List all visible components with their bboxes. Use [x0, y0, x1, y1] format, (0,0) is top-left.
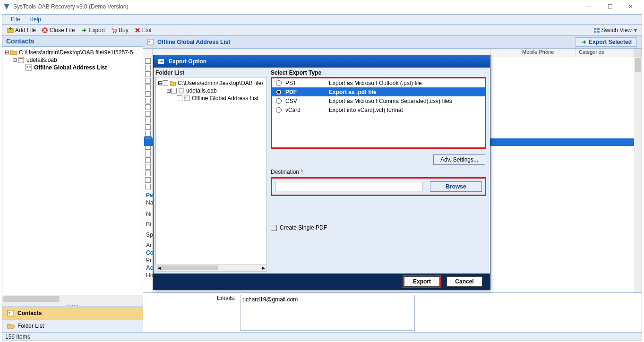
- vertical-scrollbar[interactable]: [634, 57, 642, 332]
- svg-rect-12: [29, 66, 31, 67]
- collapse-icon[interactable]: ⊟: [166, 87, 171, 94]
- tree-root[interactable]: ⊟ C:\Users\admin\Desktop\OAB file\9e1f52…: [4, 49, 141, 56]
- switch-view-button[interactable]: Switch View ▾: [591, 27, 640, 34]
- modal-tree-scrollbar[interactable]: ◂ ▸: [155, 265, 267, 272]
- row-checkbox[interactable]: [145, 65, 151, 70]
- svg-rect-14: [8, 310, 14, 316]
- row-checkbox[interactable]: [145, 131, 151, 137]
- row-checkbox[interactable]: [145, 111, 151, 117]
- dialog-cancel-button[interactable]: Cancel: [447, 276, 482, 287]
- svg-point-3: [115, 32, 117, 33]
- folder-tree[interactable]: ⊟ C:\Users\admin\Desktop\OAB file\9e1f52…: [2, 47, 143, 295]
- export-type-vcard[interactable]: vCard Export into vCard(.vcf) format: [272, 105, 485, 114]
- row-checkbox[interactable]: [145, 124, 151, 130]
- add-file-icon: [7, 27, 14, 34]
- close-file-button[interactable]: Close File: [39, 27, 77, 34]
- export-selected-button[interactable]: Export Selected: [575, 37, 637, 47]
- browse-button[interactable]: Browse: [430, 181, 482, 192]
- tree-checkbox[interactable]: [163, 80, 168, 86]
- svg-point-2: [113, 32, 114, 33]
- col-unknown[interactable]: [491, 49, 519, 57]
- radio-button[interactable]: [276, 107, 282, 113]
- col-checkbox[interactable]: [143, 49, 153, 57]
- row-checkbox[interactable]: [145, 151, 151, 156]
- destination-input[interactable]: [275, 182, 422, 191]
- row-checkbox[interactable]: [145, 184, 151, 189]
- nav-contacts[interactable]: Contacts: [2, 307, 143, 319]
- export-type-csv[interactable]: CSV Export as Microsoft Comma Separated(…: [272, 96, 485, 105]
- row-checkbox[interactable]: [145, 85, 151, 90]
- menu-file[interactable]: File: [6, 16, 25, 23]
- collapse-icon[interactable]: ⊟: [4, 49, 10, 56]
- svg-rect-6: [594, 31, 596, 33]
- svg-rect-9: [19, 58, 23, 59]
- tree-address-list[interactable]: Offline Global Address List: [4, 64, 141, 71]
- dialog-export-button[interactable]: Export: [404, 276, 440, 287]
- row-checkbox[interactable]: [145, 164, 151, 170]
- horizontal-scrollbar[interactable]: [2, 295, 143, 303]
- row-checkbox[interactable]: [145, 157, 151, 163]
- minimize-button[interactable]: ─: [579, 0, 600, 13]
- adv-settings-button[interactable]: Adv. Settings...: [433, 154, 485, 165]
- close-window-button[interactable]: ✕: [620, 0, 641, 13]
- modal-folder-tree[interactable]: ⊟ C:\Users\admin\Desktop\OAB file\ ⊟ ude…: [155, 77, 267, 265]
- col-categories[interactable]: Categories: [576, 49, 634, 57]
- cart-icon: [111, 27, 117, 34]
- row-checkbox[interactable]: [145, 177, 151, 183]
- emails-panel: Emails: richard19@gmail.com: [143, 292, 642, 332]
- item-count: 156 Items: [5, 333, 30, 340]
- row-checkbox[interactable]: [145, 104, 151, 110]
- radio-button[interactable]: [276, 80, 282, 86]
- app-icon: [3, 3, 10, 10]
- export-dialog-icon: [157, 58, 165, 65]
- scroll-right-icon[interactable]: ▸: [260, 265, 266, 271]
- tree-file[interactable]: ⊟ udetails.oab: [4, 56, 141, 64]
- svg-rect-19: [179, 88, 183, 93]
- row-checkbox[interactable]: [145, 78, 151, 84]
- chevron-down-icon: ▾: [634, 27, 637, 34]
- radio-button[interactable]: [276, 89, 282, 95]
- menu-help[interactable]: Help: [25, 16, 46, 23]
- maximize-button[interactable]: ☐: [600, 0, 620, 13]
- checkbox[interactable]: [271, 225, 277, 231]
- row-checkbox[interactable]: [145, 58, 151, 64]
- svg-point-11: [26, 66, 28, 68]
- row-checkbox[interactable]: [145, 118, 151, 123]
- select-export-type-label: Select Export Type: [271, 68, 486, 77]
- export-button[interactable]: Export: [77, 27, 108, 34]
- export-type-pst[interactable]: PST Export as Microsoft Outlook (.pst) f…: [272, 78, 485, 87]
- dialog-footer: Export Cancel: [154, 274, 490, 290]
- collapse-icon[interactable]: ⊟: [12, 57, 17, 63]
- menubar: File Help: [2, 14, 642, 25]
- modal-tree-list[interactable]: Offline Global Address List: [158, 94, 265, 102]
- exit-icon: [134, 27, 141, 34]
- add-file-button[interactable]: Add File: [4, 27, 39, 34]
- exit-button[interactable]: Exit: [131, 27, 155, 34]
- svg-rect-7: [597, 31, 600, 33]
- collapse-icon[interactable]: ⊟: [158, 80, 163, 86]
- scroll-left-icon[interactable]: ◂: [156, 265, 163, 271]
- row-checkbox[interactable]: [145, 98, 151, 103]
- titlebar: SysTools OAB Recovery v3.0 (Demo Version…: [0, 0, 644, 13]
- modal-tree-root[interactable]: ⊟ C:\Users\admin\Desktop\OAB file\: [158, 79, 265, 87]
- row-checkbox[interactable]: [145, 171, 151, 176]
- row-checkbox[interactable]: [145, 91, 151, 97]
- tree-checkbox[interactable]: [177, 95, 182, 101]
- dialog-title: Export Option: [169, 58, 206, 65]
- modal-tree-file[interactable]: ⊟ udetails.oab: [158, 87, 265, 94]
- export-option-dialog: Export Option Folder List ⊟ C:\Users\adm…: [153, 55, 490, 290]
- dialog-titlebar[interactable]: Export Option: [154, 55, 490, 68]
- splitter-handle[interactable]: • • • • •: [2, 303, 143, 307]
- radio-button[interactable]: [276, 98, 282, 104]
- folder-open-icon: [170, 80, 176, 86]
- nav-folder-list[interactable]: Folder List: [2, 319, 143, 332]
- close-file-icon: [42, 27, 48, 34]
- row-checkbox[interactable]: [145, 71, 151, 77]
- buy-button[interactable]: Buy: [108, 27, 131, 34]
- create-single-pdf-option[interactable]: Create Single PDF: [271, 224, 486, 231]
- emails-box[interactable]: richard19@gmail.com: [240, 295, 415, 331]
- contacts-icon: [7, 310, 15, 316]
- tree-checkbox[interactable]: [171, 88, 177, 94]
- col-mobile-phone[interactable]: Mobile Phone: [519, 49, 576, 57]
- export-type-pdf[interactable]: PDF Export as .pdf file: [272, 87, 485, 96]
